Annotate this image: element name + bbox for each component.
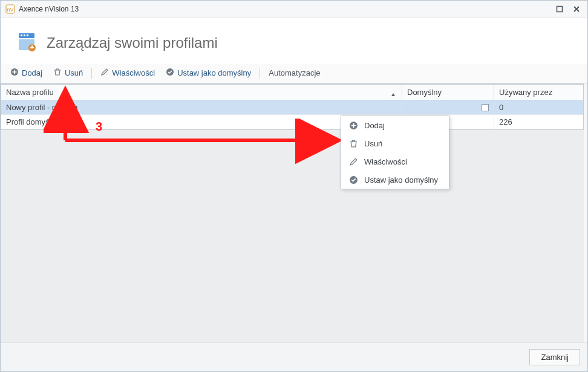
app-icon: nV (5, 4, 15, 14)
svg-rect-10 (30, 47, 34, 48)
toolbar-separator (91, 68, 92, 79)
menu-delete[interactable]: Usuń (341, 134, 449, 152)
check-circle-icon (166, 68, 174, 78)
window-title: Axence nVision 13 (19, 5, 79, 13)
svg-rect-7 (27, 34, 28, 36)
automations-button[interactable]: Automatyzacje (264, 67, 325, 79)
menu-properties[interactable]: Właściwości (341, 152, 449, 171)
plus-circle-icon (10, 68, 19, 78)
column-name[interactable]: Nazwa profilu (1, 85, 402, 100)
trash-icon (348, 139, 358, 148)
cell-used-by: 0 (494, 100, 583, 114)
page-header: Zarządzaj swoimi profilami (1, 18, 587, 64)
pencil-icon (100, 68, 109, 78)
plus-circle-icon (348, 120, 358, 130)
close-dialog-button[interactable]: Zamknij (529, 349, 580, 365)
cell-used-by: 226 (494, 115, 583, 129)
cell-name: Nowy profil - nVision (1, 100, 402, 114)
checkbox-unchecked-icon[interactable] (482, 104, 489, 111)
add-button[interactable]: Dodaj (5, 67, 47, 79)
context-menu: Dodaj Usuń Właściwości Ustaw jako domyśl… (341, 116, 449, 189)
svg-text:nV: nV (7, 7, 13, 13)
toolbar: Dodaj Usuń Właściwości Ustaw jako domyśl… (1, 64, 587, 83)
cell-default (402, 100, 494, 114)
set-default-button[interactable]: Ustaw jako domyślny (161, 67, 256, 79)
sort-ascending-icon (391, 90, 396, 99)
maximize-button[interactable] (554, 3, 566, 15)
check-circle-icon (348, 175, 358, 184)
trash-icon (53, 68, 62, 78)
app-window: nV Axence nVision 13 Zarządzaj swoimi pr… (0, 0, 588, 372)
pencil-icon (348, 157, 358, 166)
column-default[interactable]: Domyślny (402, 85, 494, 100)
grid-area: Nazwa profilu Domyślny Używany przez Now… (1, 83, 584, 342)
page-title: Zarządzaj swoimi profilami (47, 34, 218, 51)
profiles-icon (16, 31, 38, 54)
menu-add[interactable]: Dodaj (341, 116, 449, 134)
toolbar-separator (260, 68, 260, 79)
close-button[interactable] (570, 3, 583, 15)
profiles-grid: Nazwa profilu Domyślny Używany przez Now… (1, 84, 584, 130)
properties-button[interactable]: Właściwości (96, 67, 160, 79)
svg-rect-2 (557, 6, 563, 11)
svg-rect-6 (24, 34, 25, 36)
menu-set-default[interactable]: Ustaw jako domyślny (341, 171, 449, 189)
grid-header: Nazwa profilu Domyślny Używany przez (1, 85, 583, 100)
table-row[interactable]: Nowy profil - nVision 0 (1, 100, 583, 115)
svg-rect-5 (21, 34, 22, 36)
column-used-by[interactable]: Używany przez (494, 85, 583, 100)
delete-button[interactable]: Usuń (48, 67, 88, 79)
footer: Zamknij (1, 342, 587, 371)
table-row[interactable]: Profil domyślny 226 (1, 115, 583, 129)
titlebar: nV Axence nVision 13 (1, 1, 587, 18)
